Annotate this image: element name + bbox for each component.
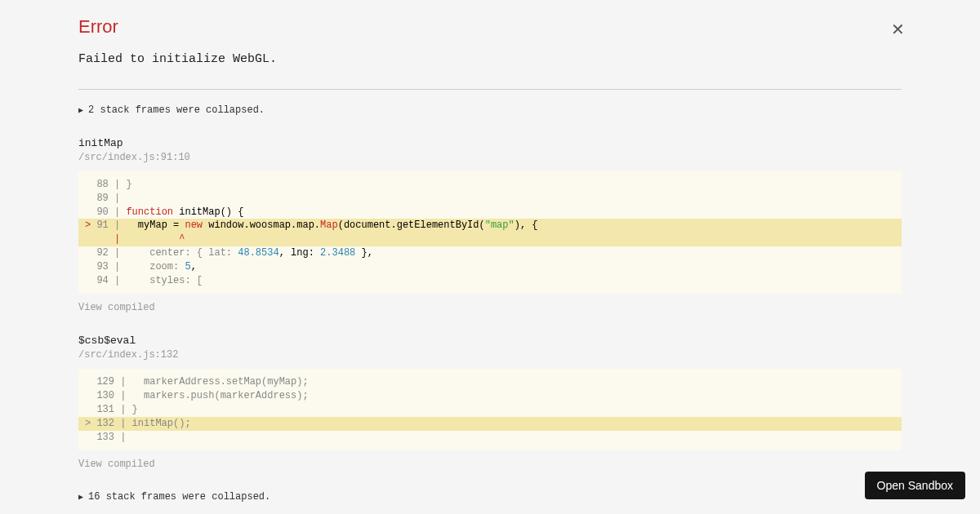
code-line-error: > 132 | initMap(); — [85, 418, 191, 429]
collapsed-label: 16 stack frames were collapsed. — [88, 491, 270, 503]
frame-location: /src/index.js:132 — [78, 349, 902, 361]
frame-name: initMap — [78, 137, 902, 149]
triangle-right-icon: ▶ — [78, 492, 83, 502]
code-line: 93 | zoom: — [85, 261, 185, 273]
code-line: 131 | } — [85, 404, 138, 415]
error-overlay: Error Failed to initialize WebGL. ✕ ▶ 2 … — [0, 0, 980, 514]
code-line: 88 | } — [85, 179, 132, 190]
view-compiled-link[interactable]: View compiled — [78, 302, 902, 313]
code-line: 130 | markers.push(markerAddress); — [85, 390, 309, 401]
frame-location: /src/index.js:91:10 — [78, 152, 902, 163]
code-caret: | ^ — [85, 233, 185, 245]
collapsed-label: 2 stack frames were collapsed. — [88, 104, 265, 116]
code-line-error: > 91 | myMap = new window.woosmap.map.Ma… — [78, 219, 902, 233]
code-line: 89 | — [85, 193, 126, 204]
frame-name: $csb$eval — [78, 335, 902, 347]
view-compiled-link[interactable]: View compiled — [78, 459, 902, 470]
triangle-right-icon: ▶ — [78, 105, 83, 115]
code-line: 90 | — [85, 206, 126, 218]
close-icon[interactable]: ✕ — [891, 21, 905, 38]
error-message: Failed to initialize WebGL. — [78, 52, 902, 66]
header: Error Failed to initialize WebGL. ✕ — [78, 16, 902, 79]
divider — [78, 89, 902, 90]
collapsed-frames-bottom[interactable]: ▶ 16 stack frames were collapsed. — [78, 491, 902, 503]
error-title: Error — [78, 16, 902, 38]
code-block: 88 | } 89 | 90 | function initMap() { > … — [78, 171, 902, 294]
code-line: 133 | — [85, 432, 132, 443]
code-line: 94 | styles: [ — [85, 275, 203, 286]
collapsed-frames-top[interactable]: ▶ 2 stack frames were collapsed. — [78, 104, 902, 116]
open-sandbox-button[interactable]: Open Sandbox — [865, 472, 965, 499]
code-block: 129 | markerAddress.setMap(myMap); 130 |… — [78, 369, 902, 450]
code-line: 92 | center: { lat: — [85, 247, 238, 259]
code-line: 129 | markerAddress.setMap(myMap); — [85, 376, 309, 388]
